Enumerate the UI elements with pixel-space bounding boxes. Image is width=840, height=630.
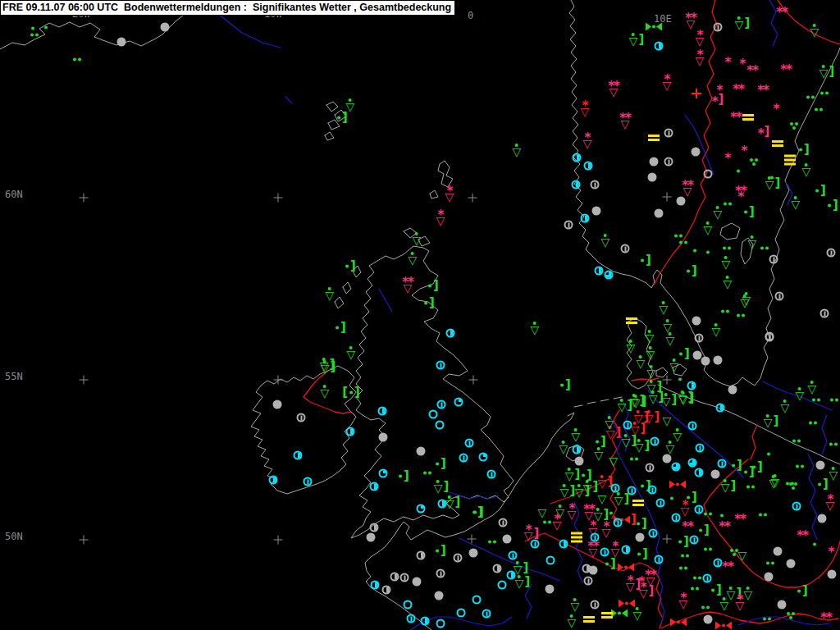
cloud-cover-1-okta-icon [714, 559, 723, 568]
snow-light-icon: * [774, 104, 779, 110]
coastline [720, 223, 740, 240]
cloud-cover-1-okta-icon [792, 502, 801, 511]
cloud-cover-1-okta-icon [487, 470, 496, 479]
rain-light-icon [719, 514, 724, 518]
snow-moderate-icon: ** [682, 522, 693, 527]
cloud-cover-1-okta-icon [664, 129, 673, 138]
cloud-cover-1-okta-icon [695, 334, 704, 343]
snow-shower-icon: *▽ [568, 504, 577, 520]
cloud-cover-half-icon [370, 523, 379, 532]
cloud-cover-clear-icon [429, 410, 438, 419]
rain-moderate-icon [736, 313, 746, 317]
rain-heavy-icon [786, 611, 796, 619]
snow-shower-strong-icon: **▽ [645, 570, 656, 587]
rain-shower-icon: ▽] [614, 491, 630, 506]
cloud-cover-half-icon [371, 581, 380, 590]
snow-light-icon: * [829, 547, 834, 553]
cloud-cover-overcast-icon [692, 148, 701, 157]
cloud-cover-half-icon [417, 551, 426, 560]
river-line [525, 584, 532, 619]
snow-shower-icon: *▽ [553, 514, 562, 531]
rain-light-icon: ] [605, 559, 616, 569]
drifting-snow-icon [618, 564, 634, 571]
cloud-cover-half-icon [572, 180, 581, 189]
rain-shower-icon: ▽ [704, 221, 713, 235]
rain-light-icon: ] [423, 298, 435, 308]
rain-light-icon [692, 249, 697, 253]
cloud-cover-half-icon [269, 476, 278, 485]
snow-shower-strong-icon: **▽ [682, 180, 693, 197]
cloud-cover-overcast-icon [117, 38, 126, 47]
cloud-cover-overcast-icon [161, 23, 170, 32]
rain-light-icon: ] [710, 585, 722, 596]
cloud-cover-1-okta-icon [459, 454, 468, 463]
rain-shower-icon: ▽ [724, 275, 733, 290]
snow-shower-icon: *▽ [602, 522, 611, 538]
cloud-cover-half-icon [421, 617, 430, 626]
cloud-cover-half-icon [446, 329, 455, 338]
rain-heavy-icon [749, 158, 759, 166]
graticule-cross [80, 376, 89, 385]
cloud-cover-1-okta-icon [769, 255, 778, 264]
cloud-cover-overcast-icon [704, 615, 713, 624]
snow-shower-strong-icon: **▽ [619, 113, 631, 130]
rain-light-icon: ] [640, 255, 651, 266]
rain-moderate-icon [795, 464, 805, 468]
rain-moderate-icon [819, 91, 829, 95]
cloud-cover-overcast-icon [648, 173, 657, 182]
rain-shower-icon: ▽ [670, 358, 679, 372]
graticule-label: 0 [468, 11, 473, 21]
cloud-cover-1-okta-icon [621, 244, 630, 253]
snow-light-icon: * [725, 153, 731, 159]
coastline [430, 190, 438, 199]
rain-light-icon: ] [827, 200, 838, 211]
rain-moderate-icon [746, 485, 756, 489]
rain-moderate-icon [722, 246, 732, 250]
cloud-cover-6-okta-icon [688, 459, 697, 468]
snow-moderate-icon: ** [797, 531, 808, 536]
cloud-cover-1-okta-icon [651, 437, 660, 446]
rain-light-icon: ] [817, 479, 829, 490]
snow-shower-strong-icon: **▽ [608, 81, 619, 98]
graticule-label: 50N [5, 532, 23, 541]
cloud-cover-half-icon [294, 451, 303, 460]
mist-icon [648, 134, 660, 142]
rain-shower-icon: ▽ [792, 195, 801, 210]
rain-shower-icon: ▽ [744, 586, 753, 600]
snow-light-icon: * [717, 85, 723, 91]
snow-shower-icon: *▽ [696, 50, 705, 66]
shower-icon: ▽ [598, 494, 607, 504]
rain-shower-icon: ▽] [514, 560, 529, 575]
rain-shower-icon: ▽] [618, 398, 633, 413]
rain-moderate-icon [487, 540, 497, 544]
rain-heavy-icon [788, 482, 798, 490]
cloud-cover-1-okta-icon [407, 614, 416, 623]
rain-light-icon: ] [798, 144, 810, 155]
cloud-cover-overcast-icon [413, 578, 422, 587]
cloud-cover-overcast-icon [636, 533, 645, 542]
shower-icon: ▽ [738, 550, 747, 561]
snow-shower-strong-icon: **▽ [587, 541, 599, 558]
cloud-cover-1-okta-icon [696, 444, 705, 453]
rain-light-icon: ] [335, 322, 346, 333]
cloud-cover-clear-icon [457, 609, 466, 618]
cloud-cover-1-okta-icon [623, 421, 632, 430]
snow-shower-icon: *▽ [445, 186, 454, 203]
snow-shower-icon: *▽ [583, 133, 592, 149]
rain-light-icon: ] [345, 261, 356, 272]
rain-light-icon: ] [686, 266, 697, 276]
cloud-cover-1-okta-icon [655, 555, 664, 564]
mist-icon [632, 499, 644, 507]
mist-icon [626, 317, 637, 325]
cloud-cover-1-okta-icon [690, 536, 699, 545]
snow-shower-strong-icon: **▽ [402, 277, 413, 294]
cloud-cover-overcast-icon [592, 207, 601, 216]
rain-shower-icon: ▽ [413, 231, 422, 246]
rain-moderate-icon [765, 561, 775, 565]
cloud-cover-half-icon [382, 586, 391, 595]
snow-shower-icon: *▽ [736, 595, 745, 611]
cloud-cover-1-okta-icon [656, 499, 665, 508]
coastline [574, 405, 582, 407]
graticule-cross [663, 376, 672, 385]
rain-light-icon [736, 169, 741, 173]
